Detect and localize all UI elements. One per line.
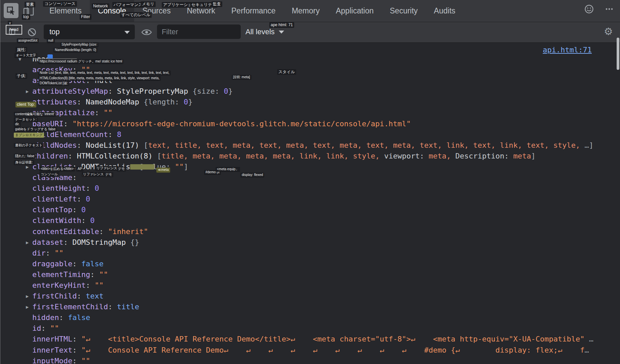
chevron-down-icon bbox=[124, 31, 130, 34]
expand-arrow-icon[interactable]: ▶ bbox=[26, 162, 32, 172]
expand-arrow-icon[interactable]: ▶ bbox=[26, 302, 32, 312]
expand-arrow-icon[interactable]: ▶ bbox=[26, 86, 32, 97]
console-property-row: innerText: "↵ Console API Reference Demo… bbox=[0, 345, 620, 356]
console-property-row[interactable]: ▶classList: DOMTokenList [value: ""] bbox=[0, 162, 620, 172]
console-property-row: innerHTML: "↵ <title>Console API Referen… bbox=[0, 334, 620, 345]
context-selector[interactable]: top bbox=[44, 25, 135, 39]
console-property-row: className: "" bbox=[0, 172, 620, 183]
tab-network[interactable]: Network bbox=[179, 0, 223, 22]
console-property-row: enterKeyHint: "" bbox=[0, 280, 620, 291]
console-rows: ▼headaccessKey: ""assignedSlot: null▶att… bbox=[0, 54, 620, 364]
devtools-window: ElementsConsoleSourcesNetworkPerformance… bbox=[0, 0, 620, 364]
console-property-row: clientWidth: 0 bbox=[0, 215, 620, 226]
chevron-down-icon bbox=[279, 31, 284, 34]
devtools-tabs: ElementsConsoleSourcesNetworkPerformance… bbox=[41, 0, 463, 22]
console-property-row: clientLeft: 0 bbox=[0, 194, 620, 204]
expand-arrow-icon[interactable]: ▶ bbox=[26, 291, 32, 302]
console-property-row: clientTop: 0 bbox=[0, 204, 620, 215]
console-sidebar-icon[interactable] bbox=[8, 28, 16, 36]
console-output: api.html:71 ▼headaccessKey: ""assignedSl… bbox=[0, 43, 620, 364]
tab-sources[interactable]: Sources bbox=[134, 0, 179, 22]
tab-memory[interactable]: Memory bbox=[284, 0, 328, 22]
scrollbar-thumb[interactable] bbox=[617, 38, 619, 70]
tab-performance[interactable]: Performance bbox=[223, 0, 284, 22]
console-property-row[interactable]: ▶attributeStyleMap: StylePropertyMap {si… bbox=[0, 86, 620, 97]
console-property-row: inputMode: "" bbox=[0, 356, 620, 364]
device-toolbar-button[interactable] bbox=[21, 4, 36, 17]
console-property-row: clientHeight: 0 bbox=[0, 183, 620, 194]
device-toolbar-icon bbox=[23, 5, 34, 16]
tab-application[interactable]: Application bbox=[328, 0, 382, 22]
console-property-row: contentEditable: "inherit" bbox=[0, 226, 620, 237]
console-property-row: childElementCount: 8 bbox=[0, 129, 620, 140]
console-property-row: baseURI: "https://microsoft-edge-chromiu… bbox=[0, 119, 620, 129]
expand-arrow-icon[interactable]: ▶ bbox=[26, 237, 32, 248]
filter-input[interactable] bbox=[157, 25, 241, 39]
more-options-icon[interactable] bbox=[604, 4, 614, 14]
context-selector-value: top bbox=[49, 28, 60, 36]
settings-gear-icon[interactable]: ⚙ bbox=[604, 26, 613, 37]
console-property-row: autocapitalize: "" bbox=[0, 107, 620, 118]
console-property-row: attributes: NamedNodeMap {length: 0} bbox=[0, 97, 620, 107]
devtools-tab-bar: ElementsConsoleSourcesNetworkPerformance… bbox=[0, 0, 620, 22]
feedback-icon[interactable] bbox=[584, 4, 594, 14]
clear-console-icon[interactable] bbox=[27, 28, 37, 37]
source-link[interactable]: api.html:71 bbox=[543, 46, 592, 54]
console-property-row[interactable]: ▶firstChild: text bbox=[0, 291, 620, 302]
expand-arrow-icon[interactable]: ▼ bbox=[18, 54, 25, 64]
tab-elements[interactable]: Elements bbox=[41, 0, 90, 22]
console-property-row: accessKey: "" bbox=[0, 64, 620, 75]
console-property-row: draggable: false bbox=[0, 259, 620, 269]
console-property-row: childNodes: NodeList(17) [text, title, t… bbox=[0, 140, 620, 151]
console-property-row: assignedSlot: null bbox=[0, 75, 620, 86]
log-level-selector[interactable]: All levels bbox=[245, 25, 284, 39]
tab-security[interactable]: Security bbox=[382, 0, 426, 22]
console-property-row: id: "" bbox=[0, 323, 620, 334]
console-property-row: dir: "" bbox=[0, 248, 620, 259]
log-level-value: All levels bbox=[245, 28, 275, 36]
console-property-row: hidden: false bbox=[0, 312, 620, 323]
tab-console[interactable]: Console bbox=[90, 0, 134, 22]
console-property-row: elementTiming: "" bbox=[0, 269, 620, 280]
console-property-row[interactable]: ▼head bbox=[0, 54, 620, 64]
inspect-cursor-icon bbox=[6, 5, 16, 16]
inspect-element-button[interactable] bbox=[4, 3, 18, 18]
live-expression-eye-icon[interactable] bbox=[141, 27, 152, 38]
tab-audits[interactable]: Audits bbox=[426, 0, 463, 22]
console-property-row: children: HTMLCollection(8) [title, meta… bbox=[0, 151, 620, 162]
console-toolbar: top All levels ⚙ bbox=[0, 22, 620, 43]
console-property-row[interactable]: ▶firstElementChild: title bbox=[0, 302, 620, 312]
console-property-row[interactable]: ▶dataset: DOMStringMap {} bbox=[0, 237, 620, 248]
